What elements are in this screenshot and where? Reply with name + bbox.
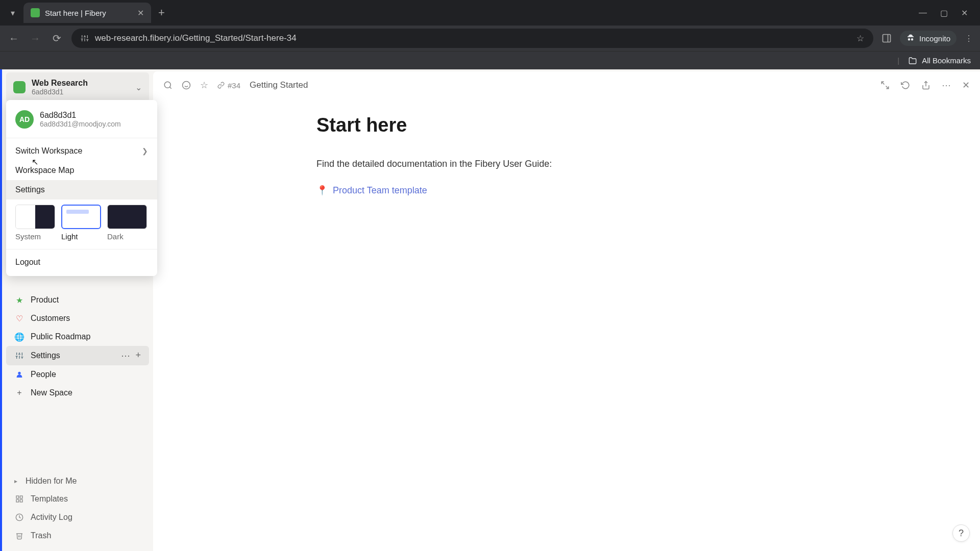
svg-rect-23 <box>20 499 22 502</box>
sidebar-item-customers[interactable]: ♡ Customers <box>6 309 149 328</box>
trash-icon <box>14 531 24 541</box>
back-button[interactable]: ← <box>7 33 20 44</box>
sidebar-item-label: Product <box>31 295 59 305</box>
sidebar-item-hidden[interactable]: ▸ Hidden for Me <box>6 472 149 490</box>
page-title: Start here <box>316 114 980 136</box>
help-button[interactable]: ? <box>952 524 970 542</box>
pin-icon: 📍 <box>316 185 328 196</box>
dropdown-user-row[interactable]: AD 6ad8d3d1 6ad8d3d1@moodjoy.com <box>6 106 157 135</box>
switch-workspace-label: Switch Workspace <box>15 146 82 156</box>
reload-button[interactable]: ⟳ <box>50 32 63 44</box>
sidebar-item-product[interactable]: ★ Product <box>6 291 149 309</box>
tab-title: Start here | Fibery <box>45 9 132 17</box>
emoji-icon[interactable] <box>182 81 191 90</box>
workspace-map-item[interactable]: Workspace Map <box>6 161 157 180</box>
svg-rect-24 <box>16 499 19 502</box>
workspace-switcher[interactable]: Web Research 6ad8d3d1 ⌄ <box>6 72 149 102</box>
svg-point-28 <box>183 82 190 89</box>
heart-icon: ♡ <box>14 313 24 323</box>
address-url: web-research.fibery.io/Getting_Started/S… <box>95 33 297 43</box>
browser-tab[interactable]: Start here | Fibery ✕ <box>23 3 151 23</box>
entity-id[interactable]: #34 <box>217 81 240 90</box>
sidebar-item-public-roadmap[interactable]: 🌐 Public Roadmap <box>6 328 149 346</box>
people-icon <box>14 369 24 380</box>
sidebar-item-label: People <box>31 370 56 379</box>
browser-menu-icon[interactable]: ⋮ <box>965 34 973 43</box>
folder-icon <box>909 57 917 65</box>
theme-system-label: System <box>15 232 55 241</box>
star-icon: ★ <box>14 295 24 305</box>
tab-close-icon[interactable]: ✕ <box>137 8 144 18</box>
user-email: 6ad8d3d1@moodjoy.com <box>40 120 121 128</box>
new-tab-button[interactable]: + <box>158 6 165 19</box>
template-link[interactable]: Product Team template <box>333 185 427 196</box>
tab-search-button[interactable]: ▾ <box>5 5 20 20</box>
globe-icon: 🌐 <box>14 332 24 342</box>
sidebar-spaces: ★ Product ♡ Customers 🌐 Public Roadmap S… <box>2 291 153 402</box>
sidebar-bottom: ▸ Hidden for Me Templates Activity Log <box>2 472 153 551</box>
more-icon[interactable]: ⋯ <box>121 350 130 361</box>
star-outline-icon[interactable]: ☆ <box>200 80 208 91</box>
svg-rect-9 <box>883 35 891 42</box>
logout-label: Logout <box>15 258 40 267</box>
link-row: 📍 Product Team template <box>316 185 980 196</box>
theme-light[interactable]: Light <box>61 205 101 241</box>
page-content: Start here Find the detailed documentati… <box>153 99 980 196</box>
bookmarks-bar: | All Bookmarks <box>0 51 980 69</box>
app-root: Web Research 6ad8d3d1 ⌄ AD 6ad8d3d1 6ad8… <box>0 69 980 551</box>
incognito-badge[interactable]: Incognito <box>900 31 957 46</box>
side-panel-icon[interactable] <box>881 33 892 43</box>
close-window-icon[interactable]: ✕ <box>961 8 968 18</box>
minimize-icon[interactable]: — <box>919 8 927 18</box>
maximize-icon[interactable]: ▢ <box>940 8 948 18</box>
breadcrumb[interactable]: Getting Started <box>250 80 308 90</box>
theme-light-label: Light <box>61 232 101 241</box>
link-icon <box>217 82 225 89</box>
sidebar-item-settings[interactable]: Settings ⋯ + <box>6 346 149 365</box>
main-toolbar: ☆ #34 Getting Started ⋯ ✕ <box>153 71 980 99</box>
forward-button[interactable]: → <box>29 33 42 44</box>
share-icon[interactable] <box>921 81 930 90</box>
sidebar-item-templates[interactable]: Templates <box>6 490 149 508</box>
svg-rect-21 <box>16 496 19 498</box>
user-name: 6ad8d3d1 <box>40 111 121 120</box>
search-icon[interactable] <box>163 81 173 90</box>
workspace-name: Web Research <box>32 79 129 88</box>
sidebar-item-label: Templates <box>31 494 68 504</box>
settings-item[interactable]: Settings <box>6 180 157 199</box>
chevron-right-icon: ❯ <box>142 147 148 155</box>
browser-toolbar: ← → ⟳ web-research.fibery.io/Getting_Sta… <box>0 26 980 51</box>
sidebar-item-new-space[interactable]: + New Space <box>6 384 149 402</box>
address-bar[interactable]: web-research.fibery.io/Getting_Started/S… <box>71 29 873 48</box>
bookmark-star-icon[interactable]: ☆ <box>856 33 864 44</box>
main-panel: ☆ #34 Getting Started ⋯ ✕ <box>153 71 980 551</box>
sidebar-item-label: Activity Log <box>31 513 72 522</box>
plus-icon: + <box>14 388 24 398</box>
svg-point-26 <box>164 82 170 88</box>
workspace-map-label: Workspace Map <box>15 166 74 175</box>
more-horizontal-icon[interactable]: ⋯ <box>942 80 951 91</box>
incognito-label: Incognito <box>919 34 950 43</box>
logout-item[interactable]: Logout <box>6 253 157 272</box>
theme-dark[interactable]: Dark <box>107 205 147 241</box>
all-bookmarks-button[interactable]: All Bookmarks <box>922 56 971 65</box>
sidebar-item-label: Settings <box>31 351 60 360</box>
tab-favicon <box>31 8 40 17</box>
expand-icon[interactable] <box>880 81 890 90</box>
sidebar-item-activity-log[interactable]: Activity Log <box>6 508 149 527</box>
theme-dark-label: Dark <box>107 232 147 241</box>
site-info-icon[interactable] <box>81 34 89 42</box>
switch-workspace-item[interactable]: Switch Workspace ❯ <box>6 141 157 161</box>
history-icon[interactable] <box>901 81 910 90</box>
sidebar-item-trash[interactable]: Trash <box>6 527 149 545</box>
svg-rect-22 <box>20 496 22 498</box>
sidebar-item-people[interactable]: People <box>6 365 149 384</box>
theme-system[interactable]: System <box>15 205 55 241</box>
clock-icon <box>14 512 24 522</box>
close-panel-icon[interactable]: ✕ <box>962 80 970 91</box>
workspace-id: 6ad8d3d1 <box>32 88 129 96</box>
window-controls: — ▢ ✕ <box>919 8 975 18</box>
entity-id-text: #34 <box>228 81 240 90</box>
add-icon[interactable]: + <box>135 350 141 361</box>
theme-picker: System Light Dark <box>6 199 157 246</box>
